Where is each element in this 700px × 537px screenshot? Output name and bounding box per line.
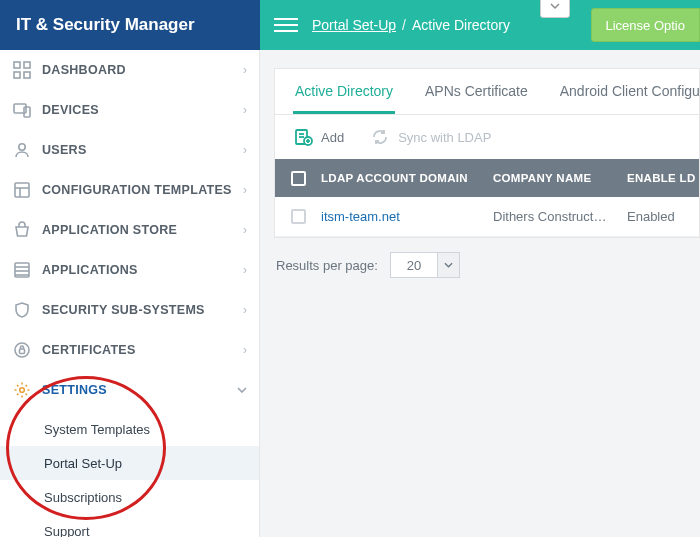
header-checkbox-cell xyxy=(275,171,321,186)
svg-rect-5 xyxy=(24,107,30,117)
sync-button[interactable]: Sync with LDAP xyxy=(370,127,491,147)
templates-icon xyxy=(12,180,32,200)
tab-active-directory[interactable]: Active Directory xyxy=(293,69,395,114)
sync-icon xyxy=(370,127,390,147)
devices-icon xyxy=(12,100,32,120)
header-company[interactable]: COMPANY NAME xyxy=(493,172,627,184)
chevron-right-icon: › xyxy=(243,63,247,77)
row-company: Dithers Construct… xyxy=(493,209,627,224)
pager-label: Results per page: xyxy=(276,258,378,273)
subnav-item-support[interactable]: Support xyxy=(0,514,259,537)
sidebar-item-label: DASHBOARD xyxy=(42,63,243,77)
svg-point-14 xyxy=(15,343,29,357)
svg-rect-15 xyxy=(20,349,25,354)
sidebar-item-applications[interactable]: APPLICATIONS › xyxy=(0,250,259,290)
svg-rect-1 xyxy=(24,62,30,68)
sidebar-item-certificates[interactable]: CERTIFICATES › xyxy=(0,330,259,370)
chevron-right-icon: › xyxy=(243,343,247,357)
sidebar-item-label: USERS xyxy=(42,143,243,157)
chevron-down-icon xyxy=(237,387,247,393)
row-domain-link[interactable]: itsm-team.net xyxy=(321,209,493,224)
pager: Results per page: 20 xyxy=(274,238,700,292)
table-header: LDAP ACCOUNT DOMAIN COMPANY NAME ENABLE … xyxy=(275,159,699,197)
svg-rect-3 xyxy=(24,72,30,78)
svg-point-16 xyxy=(20,388,25,393)
content-card: Active Directory APNs Certificate Androi… xyxy=(274,68,700,238)
select-value: 20 xyxy=(391,258,437,273)
tab-apns-certificate[interactable]: APNs Certificate xyxy=(423,69,530,114)
dashboard-icon xyxy=(12,60,32,80)
chevron-right-icon: › xyxy=(243,223,247,237)
sidebar-item-label: APPLICATIONS xyxy=(42,263,243,277)
sidebar-item-label: SETTINGS xyxy=(42,383,237,397)
lock-icon xyxy=(12,340,32,360)
shield-icon xyxy=(12,300,32,320)
svg-point-6 xyxy=(19,144,25,150)
chevron-right-icon: › xyxy=(243,263,247,277)
table-row[interactable]: itsm-team.net Dithers Construct… Enabled xyxy=(275,197,699,237)
tab-android-config[interactable]: Android Client Configuratio xyxy=(558,69,700,114)
sidebar-item-label: SECURITY SUB-SYSTEMS xyxy=(42,303,243,317)
sync-label: Sync with LDAP xyxy=(398,130,491,145)
svg-rect-2 xyxy=(14,72,20,78)
menu-icon[interactable] xyxy=(274,13,298,37)
row-enable: Enabled xyxy=(627,209,699,224)
sidebar-item-settings[interactable]: SETTINGS xyxy=(0,370,259,410)
toolbar: Add Sync with LDAP xyxy=(275,115,699,159)
settings-subnav: System Templates Portal Set-Up Subscript… xyxy=(0,410,259,537)
chevron-right-icon: › xyxy=(243,103,247,117)
select-all-checkbox[interactable] xyxy=(291,171,306,186)
applications-icon xyxy=(12,260,32,280)
sidebar-item-config-templates[interactable]: CONFIGURATION TEMPLATES › xyxy=(0,170,259,210)
breadcrumb-current: Active Directory xyxy=(412,17,510,33)
users-icon xyxy=(12,140,32,160)
tabs: Active Directory APNs Certificate Androi… xyxy=(275,69,699,115)
svg-rect-7 xyxy=(15,183,29,197)
license-options-button[interactable]: License Optio xyxy=(591,8,701,42)
app-brand: IT & Security Manager xyxy=(0,0,260,50)
svg-rect-0 xyxy=(14,62,20,68)
chevron-right-icon: › xyxy=(243,143,247,157)
breadcrumb-link[interactable]: Portal Set-Up xyxy=(312,17,396,33)
header-enable[interactable]: ENABLE LD xyxy=(627,172,699,184)
results-per-page-select[interactable]: 20 xyxy=(390,252,460,278)
subnav-item-subscriptions[interactable]: Subscriptions xyxy=(0,480,259,514)
header-domain[interactable]: LDAP ACCOUNT DOMAIN xyxy=(321,172,493,184)
dropdown-chip[interactable] xyxy=(540,0,570,18)
chevron-down-icon[interactable] xyxy=(437,253,459,277)
subnav-item-portal-setup[interactable]: Portal Set-Up xyxy=(0,446,259,480)
gear-icon xyxy=(12,380,32,400)
breadcrumb-separator: / xyxy=(402,17,406,33)
topbar: Portal Set-Up / Active Directory License… xyxy=(260,0,700,50)
sidebar-item-users[interactable]: USERS › xyxy=(0,130,259,170)
sidebar-item-security[interactable]: SECURITY SUB-SYSTEMS › xyxy=(0,290,259,330)
row-checkbox[interactable] xyxy=(291,209,306,224)
add-icon xyxy=(293,127,313,147)
sidebar-item-label: CERTIFICATES xyxy=(42,343,243,357)
sidebar-item-app-store[interactable]: APPLICATION STORE › xyxy=(0,210,259,250)
sidebar: DASHBOARD › DEVICES › USERS › CONFIGURAT… xyxy=(0,50,260,537)
store-icon xyxy=(12,220,32,240)
sidebar-item-dashboard[interactable]: DASHBOARD › xyxy=(0,50,259,90)
chevron-right-icon: › xyxy=(243,183,247,197)
row-checkbox-cell xyxy=(275,209,321,224)
add-label: Add xyxy=(321,130,344,145)
sidebar-item-label: APPLICATION STORE xyxy=(42,223,243,237)
breadcrumb: Portal Set-Up / Active Directory xyxy=(312,17,510,33)
sidebar-item-devices[interactable]: DEVICES › xyxy=(0,90,259,130)
chevron-right-icon: › xyxy=(243,303,247,317)
subnav-item-system-templates[interactable]: System Templates xyxy=(0,412,259,446)
main-content: Active Directory APNs Certificate Androi… xyxy=(260,50,700,537)
sidebar-item-label: CONFIGURATION TEMPLATES xyxy=(42,183,243,197)
add-button[interactable]: Add xyxy=(293,127,344,147)
sidebar-item-label: DEVICES xyxy=(42,103,243,117)
